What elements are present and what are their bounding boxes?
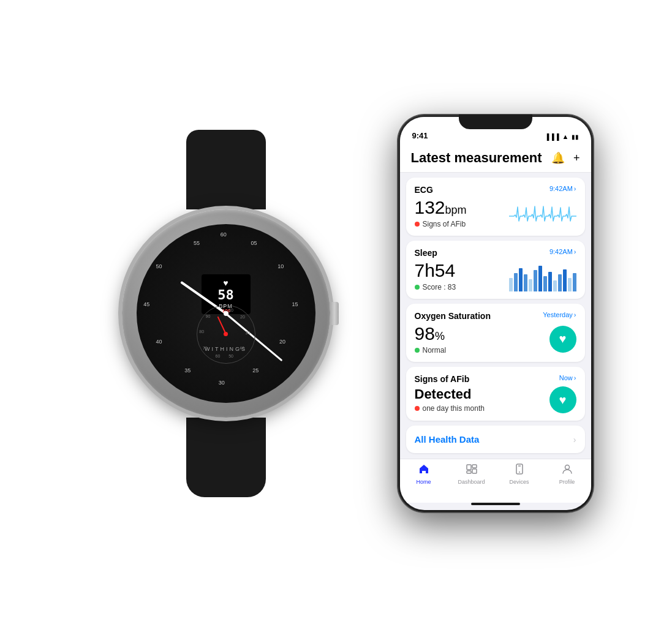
sleep-card-title: Sleep <box>415 248 437 258</box>
sleep-card-time[interactable]: 9:42AM › <box>549 248 576 255</box>
profile-tab-icon <box>561 463 573 477</box>
heart-icon: ♥ <box>223 279 228 287</box>
oxygen-card-value: 98% <box>415 323 549 344</box>
watch-strap-bottom <box>186 418 266 497</box>
spo2-70: 70 <box>203 346 208 350</box>
afib-card-status: one day this month <box>415 404 549 413</box>
oxygen-card-time[interactable]: Yesterday › <box>543 311 576 318</box>
dial-number-25: 25 <box>252 367 259 374</box>
app-header: Latest measurement 🔔 + <box>400 144 591 173</box>
svg-rect-3 <box>467 471 471 473</box>
spo2-60: 60 <box>216 354 221 358</box>
profile-tab-label: Profile <box>559 479 575 485</box>
afib-card-time[interactable]: Now › <box>559 374 576 381</box>
ecg-card[interactable]: ECG 9:42AM › 132bpm <box>406 178 585 236</box>
spo2-90: 90 <box>206 314 211 318</box>
all-health-label: All Health Data <box>415 434 480 445</box>
svg-rect-1 <box>472 465 477 468</box>
tab-profile[interactable]: Profile <box>543 463 591 485</box>
sleep-card[interactable]: Sleep 9:42AM › 7h54 Score : <box>406 241 585 299</box>
dial-number-05: 05 <box>251 240 257 246</box>
sleep-card-value: 7h54 <box>415 260 509 280</box>
dial-number-45: 45 <box>143 301 149 307</box>
watch-crown <box>330 302 339 325</box>
app-title: Latest measurement <box>411 150 542 166</box>
svg-point-5 <box>519 471 520 473</box>
all-health-card[interactable]: All Health Data › <box>406 426 585 453</box>
svg-rect-2 <box>472 469 477 473</box>
ecg-card-time[interactable]: 9:42AM › <box>549 185 576 192</box>
status-icons: ▐▐▐ ▲ ▮▮ <box>545 133 578 140</box>
ecg-chart <box>509 198 576 228</box>
watch-bpm-value: 58 <box>217 288 234 302</box>
ecg-card-status: Signs of AFib <box>415 220 509 228</box>
watch-strap-top <box>186 130 266 209</box>
ecg-card-value: 132bpm <box>415 197 509 217</box>
home-tab-label: Home <box>416 479 431 485</box>
sleep-status-dot <box>415 285 420 290</box>
bell-button[interactable]: 🔔 <box>551 151 565 165</box>
spo2-20: 20 <box>240 315 245 319</box>
watch-body: 60 55 50 45 40 35 30 25 20 15 10 05 ♥ 58… <box>122 209 330 418</box>
afib-card-value: Detected <box>415 387 549 402</box>
devices-tab-icon <box>513 463 526 477</box>
status-time: 9:41 <box>412 131 428 140</box>
ecg-status-dot <box>415 222 420 227</box>
oxygen-card[interactable]: Oxygen Saturation Yesterday › 98% <box>406 304 585 362</box>
dial-number-35: 35 <box>184 367 191 374</box>
devices-tab-label: Devices <box>509 479 529 485</box>
dial-number-50: 50 <box>156 263 162 269</box>
spo2-hand <box>217 316 226 334</box>
svg-rect-0 <box>467 465 471 470</box>
afib-status-dot <box>415 406 420 411</box>
dial-number-10: 10 <box>277 263 284 269</box>
dial-number-30: 30 <box>219 380 225 386</box>
phone-body: 9:41 ▐▐▐ ▲ ▮▮ Latest measurement 🔔 + <box>398 115 594 512</box>
spo2-80: 80 <box>199 329 204 334</box>
sleep-chart <box>509 261 576 291</box>
center-dot <box>224 311 228 316</box>
spo2-icon: ♥ <box>549 326 576 353</box>
phone-container: 9:41 ▐▐▐ ▲ ▮▮ Latest measurement 🔔 + <box>398 115 594 512</box>
plus-button[interactable]: + <box>573 152 580 165</box>
dial-number-55: 55 <box>194 240 200 246</box>
ecg-card-title: ECG <box>415 185 433 195</box>
dial-number-60: 60 <box>221 231 227 238</box>
header-actions: 🔔 + <box>551 151 580 165</box>
dial-number-15: 15 <box>292 301 298 307</box>
spo2-50: 50 <box>228 354 233 358</box>
watch-dial: 60 55 50 45 40 35 30 25 20 15 10 05 ♥ 58… <box>137 224 315 403</box>
dashboard-tab-icon <box>466 463 478 477</box>
phone-screen: 9:41 ▐▐▐ ▲ ▮▮ Latest measurement 🔔 + <box>400 117 591 510</box>
tab-home[interactable]: Home <box>400 463 448 485</box>
tab-dashboard[interactable]: Dashboard <box>448 463 496 485</box>
spo2-30: 30 <box>245 331 250 335</box>
dial-number-40: 40 <box>156 339 162 345</box>
home-tab-icon <box>418 463 430 477</box>
battery-icon: ▮▮ <box>572 133 579 140</box>
signal-bars-icon: ▐▐▐ <box>545 133 559 140</box>
app-content[interactable]: ECG 9:42AM › 132bpm <box>400 173 591 459</box>
watch-container: 60 55 50 45 40 35 30 25 20 15 10 05 ♥ 58… <box>79 130 373 497</box>
oxygen-status-dot <box>415 348 420 353</box>
tab-bar: Home Dashboard <box>400 459 591 503</box>
home-indicator <box>471 503 520 505</box>
spo2-40: 40 <box>240 346 244 350</box>
svg-point-7 <box>565 465 569 470</box>
afib-card[interactable]: Signs of AFib Now › Detected <box>406 367 585 421</box>
wifi-icon: ▲ <box>562 133 569 140</box>
oxygen-card-status: Normal <box>415 346 549 355</box>
scene: 60 55 50 45 40 35 30 25 20 15 10 05 ♥ 58… <box>0 0 672 627</box>
oxygen-card-title: Oxygen Saturation <box>415 311 491 321</box>
spo2-center-dot <box>224 332 228 336</box>
dashboard-tab-label: Dashboard <box>458 479 485 485</box>
all-health-chevron: › <box>573 435 576 445</box>
afib-icon: ♥ <box>549 386 576 413</box>
dial-number-20: 20 <box>279 339 285 345</box>
sleep-card-status: Score : 83 <box>415 283 509 291</box>
spo2-10: 10 <box>228 308 233 312</box>
afib-card-title: Signs of AFib <box>415 374 470 384</box>
phone-notch <box>459 115 532 129</box>
tab-devices[interactable]: Devices <box>496 463 543 485</box>
